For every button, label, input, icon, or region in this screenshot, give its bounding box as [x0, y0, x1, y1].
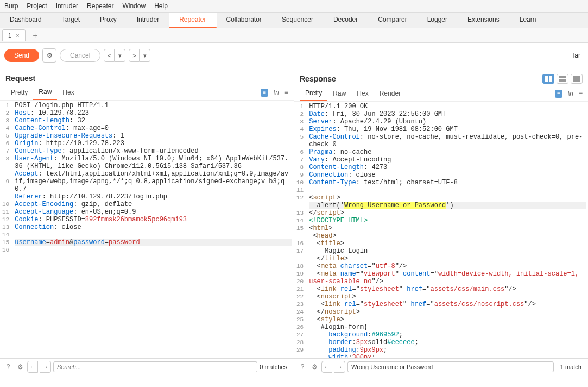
repeater-tabs: 1 × +	[0, 28, 588, 43]
tab-comparer[interactable]: Comparer	[368, 13, 417, 28]
svg-rect-1	[549, 76, 552, 82]
search-next-button[interactable]: →	[40, 361, 51, 373]
menu-repeater[interactable]: Repeater	[87, 2, 113, 10]
response-searchbar: ? ⚙ ← → 1 match	[294, 358, 588, 375]
inspector-icon[interactable]: ≡	[555, 90, 562, 98]
layout-combined-icon[interactable]	[571, 74, 583, 84]
response-content[interactable]: HTTP/1.1 200 OK Date: Fri, 30 Jun 2023 2…	[307, 102, 588, 358]
tab-decoder[interactable]: Decoder	[324, 13, 368, 28]
help-icon[interactable]: ?	[298, 362, 307, 372]
response-search-input[interactable]	[347, 361, 554, 372]
hamburger-icon[interactable]: ≡	[284, 89, 288, 96]
req-tab-pretty[interactable]: Pretty	[5, 85, 33, 99]
tool-tabs: Dashboard Target Proxy Intruder Repeater…	[0, 13, 588, 28]
menu-intruder[interactable]: Intruder	[56, 2, 78, 10]
close-icon[interactable]: ×	[16, 32, 19, 39]
layout-horizontal-icon[interactable]	[542, 74, 554, 84]
req-tab-hex[interactable]: Hex	[57, 85, 79, 99]
menu-project[interactable]: Project	[27, 2, 47, 10]
request-match-count: 0 matches	[260, 364, 290, 370]
response-match-count: 1 match	[560, 364, 585, 370]
tab-sequencer[interactable]: Sequencer	[272, 13, 324, 28]
hamburger-icon[interactable]: ≡	[579, 90, 583, 97]
history-back-button[interactable]: <	[104, 49, 115, 62]
request-editor[interactable]: 1 2 3 4 5 6 7 8 9 10 11 12 13 14 15 16 P…	[0, 101, 294, 358]
history-back-group: < ▾	[104, 49, 125, 62]
search-prev-button[interactable]: ←	[27, 361, 38, 373]
search-next-button[interactable]: →	[334, 361, 345, 373]
response-gutter: 1 2 3 4 5 6 7 8 9 10 11 12 13 14 15 16 1…	[294, 102, 307, 358]
svg-rect-0	[545, 76, 548, 82]
history-back-dropdown[interactable]: ▾	[115, 49, 125, 62]
history-fwd-dropdown[interactable]: ▾	[140, 49, 150, 62]
resp-tab-hex[interactable]: Hex	[351, 86, 374, 101]
req-tab-raw[interactable]: Raw	[33, 85, 57, 100]
tab-extensions[interactable]: Extensions	[458, 13, 510, 28]
gear-icon[interactable]: ⚙	[42, 48, 56, 63]
request-title: Request	[5, 74, 35, 83]
split-panels: Request Pretty Raw Hex ≡ \n ≡ 1 2 3 4 5 …	[0, 68, 588, 375]
action-bar: Send ⚙ Cancel < ▾ > ▾ Tar	[0, 43, 588, 68]
tab-dashboard[interactable]: Dashboard	[0, 13, 52, 28]
menu-help[interactable]: Help	[154, 2, 168, 10]
newline-icon[interactable]: \n	[274, 89, 279, 96]
gear-icon[interactable]: ⚙	[309, 362, 319, 372]
request-searchbar: ? ⚙ ← → 0 matches	[0, 358, 294, 375]
request-gutter: 1 2 3 4 5 6 7 8 9 10 11 12 13 14 15 16	[0, 101, 12, 358]
tab-label: 1	[8, 32, 11, 39]
response-panel: Response Pretty Raw Hex Render ≡ \n ≡ 1 …	[294, 68, 588, 375]
cancel-button[interactable]: Cancel	[60, 49, 100, 62]
add-tab-button[interactable]: +	[30, 30, 41, 41]
tab-proxy[interactable]: Proxy	[90, 13, 127, 28]
request-search-input[interactable]	[53, 361, 257, 372]
target-label: Tar	[571, 52, 584, 59]
history-fwd-group: > ▾	[129, 49, 150, 62]
tab-target[interactable]: Target	[52, 13, 90, 28]
tab-collaborator[interactable]: Collaborator	[217, 13, 272, 28]
resp-tab-raw[interactable]: Raw	[327, 86, 351, 101]
menubar: Burp Project Intruder Repeater Window He…	[0, 0, 588, 13]
gear-icon[interactable]: ⚙	[15, 362, 25, 372]
inspector-icon[interactable]: ≡	[261, 89, 268, 97]
tab-logger[interactable]: Logger	[418, 13, 458, 28]
newline-icon[interactable]: \n	[568, 90, 573, 97]
svg-rect-4	[573, 76, 580, 82]
history-fwd-button[interactable]: >	[129, 49, 140, 62]
tab-intruder[interactable]: Intruder	[127, 13, 169, 28]
response-title: Response	[300, 74, 336, 83]
repeater-tab-1[interactable]: 1 ×	[2, 29, 26, 41]
search-prev-button[interactable]: ←	[321, 361, 332, 373]
request-panel: Request Pretty Raw Hex ≡ \n ≡ 1 2 3 4 5 …	[0, 68, 294, 375]
menu-burp[interactable]: Burp	[4, 2, 18, 10]
tab-repeater[interactable]: Repeater	[169, 13, 216, 28]
send-button[interactable]: Send	[4, 49, 39, 62]
menu-window[interactable]: Window	[122, 2, 146, 10]
tab-learn[interactable]: Learn	[510, 13, 547, 28]
resp-tab-render[interactable]: Render	[374, 86, 406, 101]
svg-rect-2	[559, 76, 566, 78]
request-content[interactable]: POST /login.php HTTP/1.1 Host: 10.129.78…	[12, 101, 294, 358]
svg-rect-3	[559, 79, 566, 82]
resp-tab-pretty[interactable]: Pretty	[300, 86, 327, 101]
response-editor[interactable]: 1 2 3 4 5 6 7 8 9 10 11 12 13 14 15 16 1…	[294, 102, 588, 358]
help-icon[interactable]: ?	[3, 362, 13, 372]
layout-vertical-icon[interactable]	[557, 74, 568, 84]
